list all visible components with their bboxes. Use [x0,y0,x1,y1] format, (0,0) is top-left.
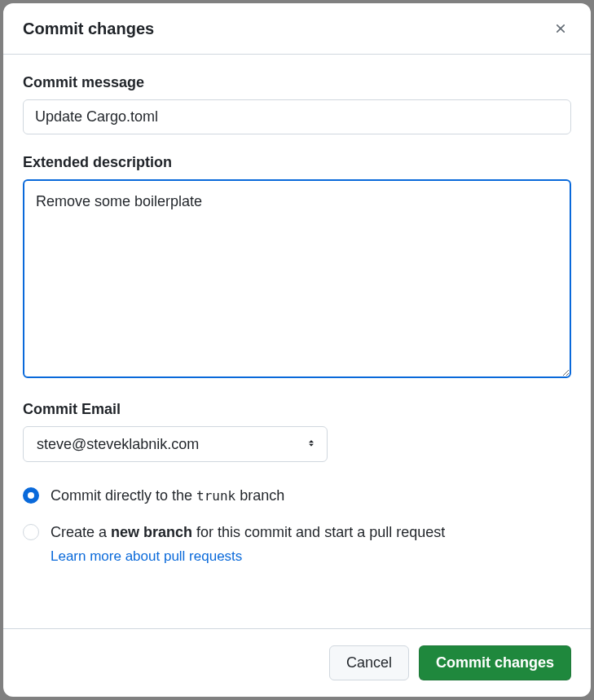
commit-email-select[interactable]: steve@steveklabnik.com [23,426,328,462]
close-icon [553,21,568,36]
commit-dialog: Commit changes Commit message Extended d… [3,3,591,697]
radio-new-suffix: for this commit and start a pull request [192,524,445,540]
radio-option-new-branch: Create a new branch for this commit and … [23,522,571,565]
commit-email-label: Commit Email [23,401,571,418]
radio-new-branch-content: Create a new branch for this commit and … [51,522,445,565]
extended-description-group: Extended description Remove some boilerp… [23,154,571,381]
radio-new-branch[interactable] [23,524,39,540]
radio-new-branch-label[interactable]: Create a new branch for this commit and … [51,524,445,540]
extended-description-label: Extended description [23,154,571,171]
dialog-footer: Cancel Commit changes [3,628,591,697]
radio-direct-prefix: Commit directly to the [51,487,196,504]
radio-new-prefix: Create a [51,524,111,540]
cancel-button[interactable]: Cancel [329,645,409,680]
radio-direct-commit[interactable] [23,487,39,504]
radio-direct-suffix: branch [235,487,284,504]
branch-radio-group: Commit directly to the trunk branch Crea… [23,485,571,565]
commit-button[interactable]: Commit changes [419,645,571,680]
dialog-header: Commit changes [3,3,591,55]
radio-direct-label[interactable]: Commit directly to the trunk branch [51,485,284,507]
close-button[interactable] [550,18,571,39]
commit-email-select-wrapper: steve@steveklabnik.com [23,426,328,462]
extended-description-input[interactable]: Remove some boilerplate [23,179,571,378]
radio-option-direct: Commit directly to the trunk branch [23,485,571,507]
commit-email-group: Commit Email steve@steveklabnik.com [23,401,571,462]
commit-message-label: Commit message [23,74,571,91]
dialog-body: Commit message Extended description Remo… [3,55,591,628]
commit-message-input[interactable] [23,99,571,134]
radio-new-bold: new branch [111,524,192,540]
branch-name-code: trunk [196,488,235,504]
learn-more-link[interactable]: Learn more about pull requests [51,548,445,565]
commit-message-group: Commit message [23,74,571,134]
dialog-title: Commit changes [23,20,154,38]
